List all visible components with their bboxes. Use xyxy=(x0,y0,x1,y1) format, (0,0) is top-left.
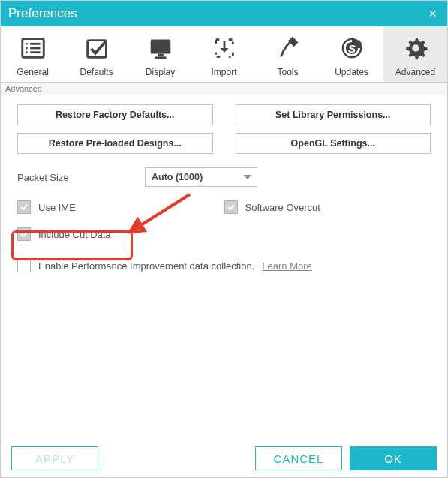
gear-icon xyxy=(401,34,430,62)
svg-rect-8 xyxy=(150,40,170,54)
use-ime-label: Use IME xyxy=(38,202,76,213)
footer-bar: APPLY CANCEL OK xyxy=(1,440,447,477)
tab-label: General xyxy=(1,67,65,77)
chevron-down-icon xyxy=(243,173,252,182)
section-header: Advanced xyxy=(1,83,447,95)
tab-display[interactable]: Display xyxy=(128,26,192,82)
restore-preloaded-button[interactable]: Restore Pre-loaded Designs... xyxy=(17,133,213,154)
enable-perf-checkbox[interactable] xyxy=(17,259,31,272)
enable-perf-label: Enable Performance Improvement data coll… xyxy=(38,260,254,272)
use-ime-checkbox[interactable] xyxy=(17,200,31,214)
tab-tools[interactable]: Tools xyxy=(256,26,320,82)
titlebar: Preferences × xyxy=(1,1,447,26)
set-library-button[interactable]: Set Library Permissions... xyxy=(236,104,431,125)
packet-size-select[interactable]: Auto (1000) xyxy=(145,167,257,187)
include-cut-checkbox[interactable] xyxy=(17,227,31,241)
checkbox-icon xyxy=(83,34,111,62)
restore-factory-button[interactable]: Restore Factory Defaults... xyxy=(17,104,213,125)
tab-general[interactable]: General xyxy=(1,26,65,82)
list-icon xyxy=(19,34,47,62)
cancel-button[interactable]: CANCEL xyxy=(255,446,342,470)
packet-size-label: Packet Size xyxy=(17,172,145,183)
tab-label: Import xyxy=(192,67,256,77)
tabs-bar: General Defaults Display Import Tools S … xyxy=(1,26,447,83)
tab-label: Defaults xyxy=(65,67,128,77)
tab-label: Tools xyxy=(256,67,320,77)
svg-rect-10 xyxy=(155,56,166,59)
packet-size-value: Auto (1000) xyxy=(152,172,203,182)
close-icon[interactable]: × xyxy=(425,6,440,22)
svg-text:S: S xyxy=(347,42,355,55)
content-panel: Restore Factory Defaults... Set Library … xyxy=(1,95,447,292)
svg-point-14 xyxy=(412,44,419,52)
pen-icon xyxy=(274,34,302,62)
updates-icon: S xyxy=(338,34,366,62)
tab-defaults[interactable]: Defaults xyxy=(65,26,128,82)
tab-import[interactable]: Import xyxy=(192,26,256,82)
monitor-icon xyxy=(146,34,175,62)
tab-advanced[interactable]: Advanced xyxy=(383,26,447,82)
include-cut-label: Include Cut Data xyxy=(38,229,111,240)
opengl-button[interactable]: OpenGL Settings... xyxy=(236,133,431,154)
ok-button[interactable]: OK xyxy=(350,446,437,470)
tab-label: Display xyxy=(128,67,192,77)
learn-more-link[interactable]: Learn More xyxy=(262,260,311,272)
tab-label: Updates xyxy=(320,67,383,77)
tab-updates[interactable]: S Updates xyxy=(320,26,383,82)
software-overcut-label: Software Overcut xyxy=(245,202,320,213)
import-icon xyxy=(210,34,239,62)
software-overcut-checkbox[interactable] xyxy=(224,200,238,214)
apply-button[interactable]: APPLY xyxy=(11,446,98,470)
window-title: Preferences xyxy=(8,6,77,21)
svg-rect-9 xyxy=(158,54,164,57)
tab-label: Advanced xyxy=(383,67,447,77)
